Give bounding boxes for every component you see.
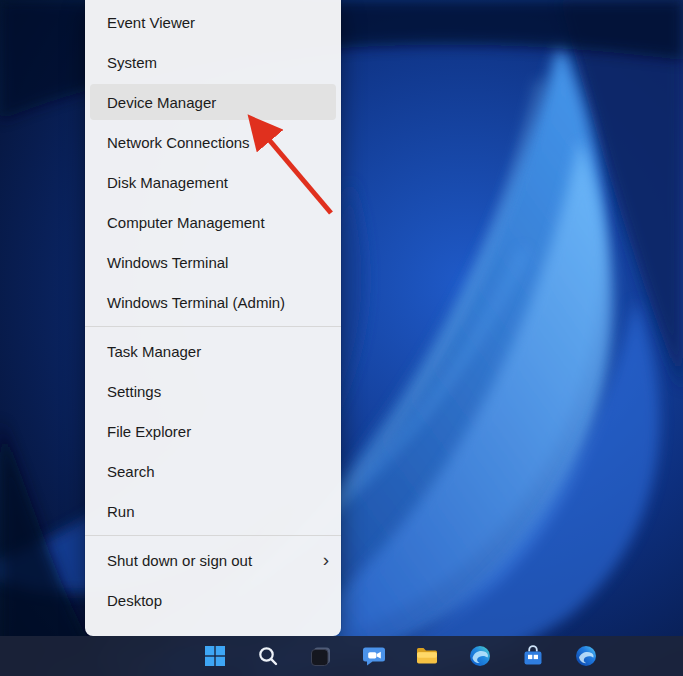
menu-item-settings[interactable]: Settings: [85, 371, 341, 411]
task-view-button[interactable]: [301, 638, 341, 674]
winx-context-menu: Event Viewer System Device Manager Netwo…: [85, 0, 341, 636]
task-view-icon: [310, 645, 332, 667]
search-button[interactable]: [248, 638, 288, 674]
menu-item-windows-terminal-admin[interactable]: Windows Terminal (Admin): [85, 282, 341, 322]
menu-item-system[interactable]: System: [85, 42, 341, 82]
menu-item-event-viewer[interactable]: Event Viewer: [85, 2, 341, 42]
menu-item-computer-management[interactable]: Computer Management: [85, 202, 341, 242]
edge-button[interactable]: [460, 638, 500, 674]
taskbar: [0, 636, 683, 676]
start-button[interactable]: [195, 638, 235, 674]
menu-item-file-explorer[interactable]: File Explorer: [85, 411, 341, 451]
search-icon: [257, 645, 279, 667]
menu-item-disk-management[interactable]: Disk Management: [85, 162, 341, 202]
menu-item-device-manager[interactable]: Device Manager: [90, 84, 336, 120]
menu-item-desktop[interactable]: Desktop: [85, 580, 341, 620]
menu-item-label: Shut down or sign out: [107, 552, 252, 569]
menu-item-search[interactable]: Search: [85, 451, 341, 491]
menu-item-task-manager[interactable]: Task Manager: [85, 331, 341, 371]
file-explorer-icon: [415, 644, 439, 668]
file-explorer-button[interactable]: [407, 638, 447, 674]
windows-logo-icon: [204, 645, 226, 667]
chat-icon: [363, 645, 386, 668]
menu-item-network-connections[interactable]: Network Connections: [85, 122, 341, 162]
chevron-right-icon: ›: [323, 550, 329, 569]
menu-item-shut-down-or-sign-out[interactable]: Shut down or sign out ›: [85, 540, 341, 580]
browser-icon: [574, 644, 598, 668]
edge-icon: [468, 644, 492, 668]
menu-item-run[interactable]: Run: [85, 491, 341, 531]
menu-separator: [85, 326, 341, 327]
browser-button[interactable]: [566, 638, 606, 674]
store-icon: [521, 644, 545, 668]
menu-separator: [85, 535, 341, 536]
chat-button[interactable]: [354, 638, 394, 674]
taskbar-icon-group: [0, 638, 606, 674]
menu-item-windows-terminal[interactable]: Windows Terminal: [85, 242, 341, 282]
store-button[interactable]: [513, 638, 553, 674]
